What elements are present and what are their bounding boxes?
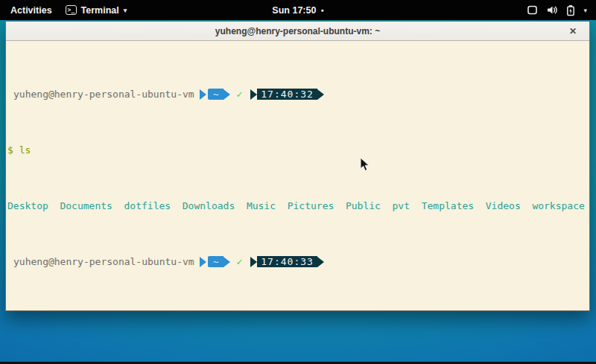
window-title: yuheng@henry-personal-ubuntu-vm: ~	[215, 26, 380, 36]
window-titlebar[interactable]: yuheng@henry-personal-ubuntu-vm: ~ ✕	[6, 22, 589, 41]
volume-icon	[546, 4, 558, 16]
battery-charging-icon	[566, 4, 575, 16]
powerline-arrow-icon	[224, 89, 230, 100]
powerline-arrow-icon	[250, 89, 257, 100]
terminal-content[interactable]: yuheng@henry-personal-ubuntu-vm ~ ✓ 17:4…	[6, 41, 589, 310]
top-bar-left: Activities >_ Terminal ▾	[0, 5, 127, 16]
directory-name: Desktop	[7, 200, 48, 211]
prompt-host: yuheng@henry-personal-ubuntu-vm	[13, 89, 194, 100]
directory-name: workspace	[532, 200, 584, 211]
powerline-arrow-icon	[200, 257, 206, 267]
prompt-symbol: $	[7, 144, 13, 156]
activities-button[interactable]: Activities	[7, 5, 55, 16]
prompt-path-segment: ~	[208, 256, 224, 267]
command-text: ls	[13, 144, 31, 156]
directory-name: Templates	[422, 200, 474, 211]
prompt-path-segment: ~	[208, 89, 224, 100]
command-line: $ ls	[7, 144, 588, 156]
powerline-arrow-icon	[317, 89, 324, 100]
powerline-arrow-icon	[317, 257, 324, 267]
prompt-time-segment: 17:40:33	[257, 256, 317, 267]
prompt-line: yuheng@henry-personal-ubuntu-vm ~ ✓ 17:4…	[7, 89, 588, 100]
directory-name: Public	[346, 200, 381, 211]
top-bar: Activities >_ Terminal ▾ Sun 17:50 ● ▾	[0, 0, 596, 20]
terminal-window: yuheng@henry-personal-ubuntu-vm: ~ ✕ yuh…	[5, 21, 590, 311]
prompt-line: yuheng@henry-personal-ubuntu-vm ~ ✓ 17:4…	[7, 256, 588, 267]
status-check-icon: ✓	[236, 256, 242, 267]
notification-dot-icon: ●	[320, 7, 323, 13]
desktop: { "topbar": { "activities_label": "Activ…	[0, 0, 596, 364]
prompt-host: yuheng@henry-personal-ubuntu-vm	[13, 256, 194, 267]
directory-name: Downloads	[183, 200, 235, 211]
status-check-icon: ✓	[236, 89, 242, 100]
directory-name: Pictures	[288, 200, 335, 211]
app-menu-terminal[interactable]: >_ Terminal ▾	[66, 5, 127, 16]
directory-name: Music	[247, 200, 276, 211]
ls-output: Desktop Documents dotfiles Downloads Mus…	[7, 200, 588, 211]
clock-label: Sun 17:50	[272, 5, 316, 16]
mouse-cursor-icon	[360, 157, 370, 175]
terminal-icon: >_	[66, 5, 77, 15]
powerline-arrow-icon	[250, 257, 257, 267]
directory-name: Documents	[60, 200, 112, 211]
close-button[interactable]: ✕	[564, 22, 582, 41]
directory-name: dotfiles	[124, 200, 171, 211]
chevron-down-icon: ▾	[124, 7, 127, 14]
system-menu-chevron-icon: ▾	[583, 7, 587, 14]
powerline-arrow-icon	[200, 89, 206, 100]
directory-name: pvt	[393, 200, 410, 211]
app-menu-label: Terminal	[81, 5, 119, 16]
prompt-time-segment: 17:40:32	[257, 89, 317, 100]
display-icon	[527, 4, 538, 16]
powerline-arrow-icon	[224, 257, 230, 267]
directory-name: Videos	[486, 200, 521, 211]
system-status-area[interactable]: ▾	[527, 4, 596, 16]
